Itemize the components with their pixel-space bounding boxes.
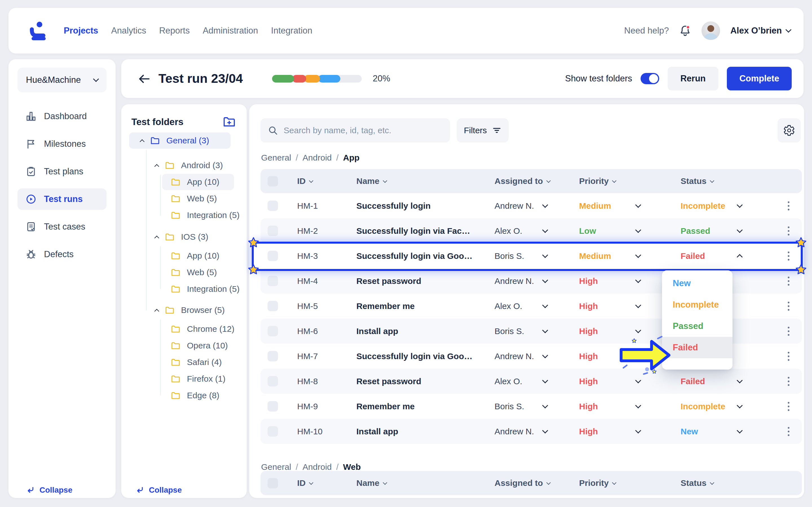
folder-item-app[interactable]: App (10)	[170, 247, 219, 264]
assignee-dropdown[interactable]	[543, 218, 547, 243]
search-input[interactable]	[284, 126, 436, 135]
row-menu-button[interactable]	[785, 269, 792, 293]
caret-up-icon[interactable]	[154, 235, 159, 240]
folder-item-web[interactable]: Web (5)	[170, 264, 217, 281]
project-selector[interactable]: Hue&Machine	[17, 68, 107, 93]
status-dropdown[interactable]	[738, 193, 742, 218]
show-test-folders-toggle[interactable]	[641, 73, 659, 84]
sidebar-item-dashboard[interactable]: Dashboard	[17, 106, 107, 127]
column-header-priority[interactable]: Priority	[579, 471, 616, 495]
folder-item-app[interactable]: App (10)	[162, 174, 234, 190]
folder-item-safari[interactable]: Safari (4)	[170, 354, 221, 371]
status-option-passed[interactable]: Passed	[662, 316, 732, 337]
priority-dropdown[interactable]	[636, 319, 640, 344]
folder-item-opera[interactable]: Opera (10)	[170, 337, 228, 354]
row-menu-button[interactable]	[785, 193, 792, 218]
table-row[interactable]: HM-10 Install app Andrew N. High New	[260, 419, 802, 444]
row-menu-button[interactable]	[785, 344, 792, 369]
folder-item-browser[interactable]: Browser (5)	[155, 302, 225, 318]
app-logo-icon[interactable]	[28, 21, 48, 41]
sidebar-item-defects[interactable]: Defects	[17, 244, 107, 265]
assignee-dropdown[interactable]	[543, 369, 547, 394]
assignee-dropdown[interactable]	[543, 419, 547, 444]
row-menu-button[interactable]	[785, 319, 792, 344]
filters-button[interactable]: Filters	[457, 118, 509, 143]
user-menu[interactable]: Alex O’brien	[730, 25, 791, 36]
breadcrumb-android[interactable]: Android	[303, 153, 332, 163]
assignee-dropdown[interactable]	[543, 394, 547, 419]
row-menu-button[interactable]	[785, 293, 792, 319]
priority-dropdown[interactable]	[636, 344, 640, 369]
folder-item-general[interactable]: General (3)	[129, 132, 231, 149]
row-checkbox[interactable]	[267, 201, 278, 211]
sidebar-item-test-runs[interactable]: Test runs	[17, 188, 107, 210]
need-help-link[interactable]: Need help?	[624, 25, 669, 36]
status-dropdown[interactable]	[738, 369, 742, 394]
column-header-priority[interactable]: Priority	[579, 169, 616, 193]
priority-dropdown[interactable]	[636, 419, 640, 444]
row-menu-button[interactable]	[785, 218, 792, 243]
status-option-failed[interactable]: Failed	[662, 337, 732, 358]
breadcrumb-general[interactable]: General	[261, 462, 291, 472]
folder-item-android[interactable]: Android (3)	[155, 157, 223, 173]
row-menu-button[interactable]	[785, 419, 792, 444]
sidebar-item-milestones[interactable]: Milestones	[17, 133, 107, 155]
row-checkbox[interactable]	[267, 326, 278, 336]
status-option-incomplete[interactable]: Incomplete	[662, 294, 732, 316]
priority-dropdown[interactable]	[636, 394, 640, 419]
breadcrumb-general[interactable]: General	[261, 153, 291, 163]
search-box[interactable]	[260, 118, 450, 143]
folder-item-integration[interactable]: Integration (5)	[170, 281, 240, 297]
top-nav-analytics[interactable]: Analytics	[111, 25, 146, 36]
folder-item-web[interactable]: Web (5)	[170, 190, 217, 207]
column-header-status[interactable]: Status	[680, 471, 714, 495]
column-header-status[interactable]: Status	[680, 169, 714, 193]
caret-up-icon[interactable]	[154, 309, 159, 314]
folder-item-edge[interactable]: Edge (8)	[170, 387, 219, 404]
column-header-id[interactable]: ID	[297, 471, 313, 495]
priority-dropdown[interactable]	[636, 243, 640, 269]
status-dropdown[interactable]	[738, 394, 742, 419]
status-option-new[interactable]: New	[662, 273, 732, 294]
row-checkbox[interactable]	[267, 376, 278, 386]
row-checkbox[interactable]	[267, 251, 278, 261]
priority-dropdown[interactable]	[636, 218, 640, 243]
row-checkbox[interactable]	[267, 426, 278, 437]
column-header-id[interactable]: ID	[297, 169, 313, 193]
column-header-name[interactable]: Name	[356, 169, 387, 193]
row-checkbox[interactable]	[267, 226, 278, 236]
notifications-button[interactable]	[679, 24, 691, 37]
priority-dropdown[interactable]	[636, 369, 640, 394]
back-arrow-icon[interactable]	[138, 72, 151, 86]
assignee-dropdown[interactable]	[543, 243, 547, 269]
breadcrumb-android[interactable]: Android	[303, 462, 332, 472]
row-checkbox[interactable]	[267, 301, 278, 311]
folder-item-integration[interactable]: Integration (5)	[170, 207, 240, 223]
table-settings-button[interactable]	[777, 118, 801, 143]
priority-dropdown[interactable]	[636, 269, 640, 293]
select-all-checkbox[interactable]	[267, 176, 278, 186]
row-menu-button[interactable]	[785, 369, 792, 394]
row-menu-button[interactable]	[785, 394, 792, 419]
rerun-button[interactable]: Rerun	[668, 67, 718, 91]
table-row[interactable]: HM-1 Successfully login Andrew N. Medium…	[260, 193, 802, 218]
status-dropdown-open[interactable]	[738, 243, 742, 269]
top-nav-administration[interactable]: Administration	[203, 25, 258, 36]
assignee-dropdown[interactable]	[543, 193, 547, 218]
folder-item-chrome[interactable]: Chrome (12)	[170, 321, 234, 337]
assignee-dropdown[interactable]	[543, 293, 547, 319]
priority-dropdown[interactable]	[636, 193, 640, 218]
assignee-dropdown[interactable]	[543, 344, 547, 369]
row-checkbox[interactable]	[267, 351, 278, 361]
status-dropdown[interactable]	[738, 419, 742, 444]
table-row-highlighted[interactable]: HM-3 Successfully login via Goo… Boris S…	[260, 243, 802, 269]
complete-button[interactable]: Complete	[727, 67, 792, 91]
sidebar-item-test-plans[interactable]: Test plans	[17, 161, 107, 182]
caret-up-icon[interactable]	[154, 164, 159, 169]
column-header-assigned-to[interactable]: Assigned to	[495, 169, 550, 193]
assignee-dropdown[interactable]	[543, 319, 547, 344]
caret-up-icon[interactable]	[140, 139, 145, 144]
table-row[interactable]: HM-2 Successfully login via Fac… Alex O.…	[260, 218, 802, 243]
top-nav-integration[interactable]: Integration	[271, 25, 312, 36]
assignee-dropdown[interactable]	[543, 269, 547, 293]
